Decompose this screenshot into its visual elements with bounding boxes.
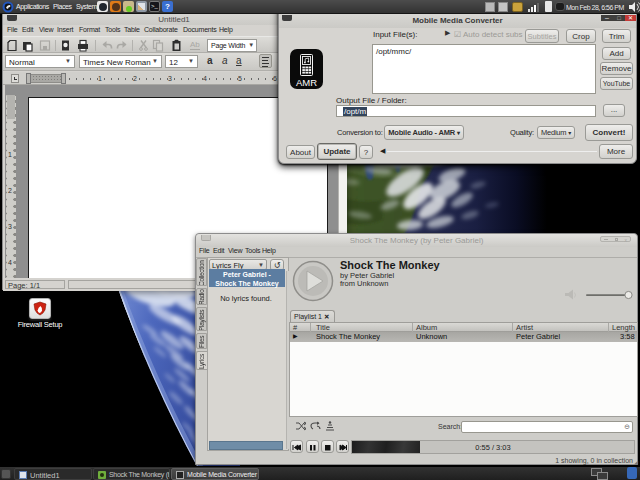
svg-text:AMR: AMR [296,77,317,88]
